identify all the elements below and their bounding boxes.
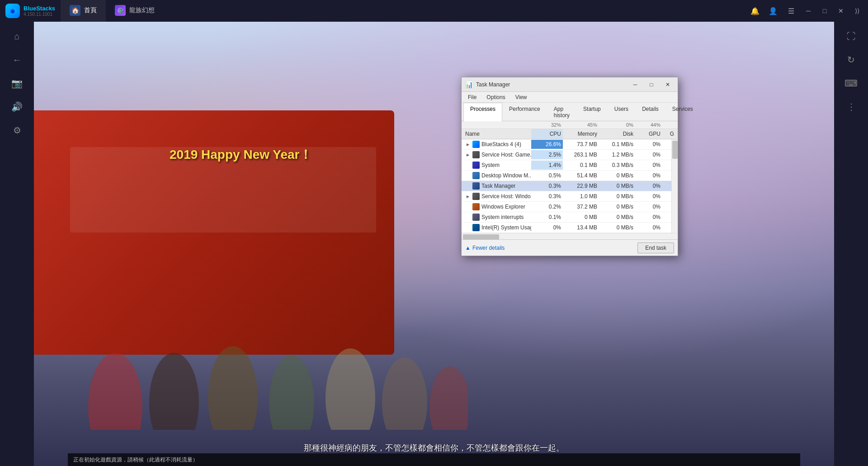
table-row[interactable]: ▶ Task Manager 0.3% 22.9 MB 0 MB/s 0% <box>462 181 678 191</box>
sidebar-back-icon[interactable]: ← <box>6 49 28 71</box>
svg-point-7 <box>208 346 258 430</box>
tm-col-extra[interactable]: G <box>662 129 676 139</box>
sidebar-keyboard-icon[interactable]: ⌨ <box>840 72 862 94</box>
proc-label: Service Host: Windo... <box>481 193 531 200</box>
proc-memory: 0 MB <box>563 213 599 222</box>
sidebar-rotate-icon[interactable]: ↻ <box>840 49 862 71</box>
proc-label: System interrupts <box>481 214 524 220</box>
tm-close-button[interactable]: ✕ <box>661 80 674 90</box>
proc-name-servicehost-game: ▶ Service Host: Game... <box>463 150 531 160</box>
sidebar-volume-icon[interactable]: 🔊 <box>6 96 28 118</box>
svg-point-10 <box>382 357 427 430</box>
tm-col-memory[interactable]: Memory <box>563 129 599 139</box>
close-button[interactable]: ✕ <box>834 4 848 18</box>
vertical-scrollbar[interactable] <box>671 139 678 233</box>
tm-col-gpu[interactable]: GPU <box>635 129 662 139</box>
fewer-details-button[interactable]: ▲ Fewer details <box>465 245 505 251</box>
tm-col-name[interactable]: Name <box>463 129 531 139</box>
tab-app-history[interactable]: App history <box>547 103 576 121</box>
proc-icon-system <box>472 162 480 169</box>
horizontal-scrollbar[interactable] <box>462 233 678 239</box>
scrollbar-thumb-h[interactable] <box>463 234 499 240</box>
tm-menu-view[interactable]: View <box>511 93 532 101</box>
tab-game-label: 龍族幻想 <box>129 6 155 14</box>
proc-icon-service <box>472 151 480 158</box>
proc-disk: 0 MB/s <box>599 181 635 190</box>
menu-icon[interactable]: ☰ <box>783 3 799 19</box>
expand-icon[interactable]: ▶ <box>465 142 471 147</box>
proc-label: Windows Explorer <box>481 204 525 210</box>
sidebar-home-icon[interactable]: ⌂ <box>6 25 28 47</box>
proc-gpu: 0% <box>635 192 662 201</box>
expand-icon[interactable]: ▶ <box>465 152 471 157</box>
tab-home[interactable]: 🏠 首頁 <box>61 0 106 22</box>
tm-col-cpu[interactable]: CPU <box>531 129 563 139</box>
tab-services[interactable]: Services <box>665 103 700 121</box>
tm-process-list: ▶ BlueStacks 4 (4) 26.6% 73.7 MB 0.1 MB/… <box>462 139 678 233</box>
tm-menu-options[interactable]: Options <box>482 93 509 101</box>
proc-cpu: 26.6% <box>531 140 563 149</box>
expand-button[interactable]: ⟩⟩ <box>850 4 864 18</box>
sidebar-fullscreen-icon[interactable]: ⛶ <box>840 25 862 47</box>
sidebar-screenshot-icon[interactable]: 📷 <box>6 72 28 94</box>
notification-icon[interactable]: 🔔 <box>747 3 763 19</box>
end-task-button[interactable]: End task <box>637 243 674 253</box>
tab-game[interactable]: 🐉 龍族幻想 <box>106 0 164 22</box>
tm-maximize-button[interactable]: □ <box>645 80 658 90</box>
game-area: 2019 Happy New Year！ 那種很神經病的朋友，不管怎樣都會相信你… <box>34 22 834 466</box>
proc-name-sysint: ▶ System interrupts <box>463 212 531 222</box>
proc-cpu: 0.1% <box>531 213 563 222</box>
proc-icon-explorer <box>472 203 480 210</box>
task-manager-icon: 📊 <box>465 81 472 88</box>
proc-memory: 22.9 MB <box>563 181 599 190</box>
table-row[interactable]: ▶ BlueStacks 4 (4) 26.6% 73.7 MB 0.1 MB/… <box>462 139 678 150</box>
proc-icon-bluestacks <box>472 141 480 148</box>
proc-disk: 0 MB/s <box>599 192 635 201</box>
table-row[interactable]: ▶ System 1.4% 0.1 MB 0.3 MB/s 0% <box>462 160 678 171</box>
tab-details[interactable]: Details <box>635 103 665 121</box>
proc-disk: 0 MB/s <box>599 171 635 180</box>
sidebar-more-icon[interactable]: ⋮ <box>840 96 862 118</box>
proc-cpu: 0% <box>531 223 563 232</box>
tm-table-header: Name CPU Memory Disk GPU G <box>462 129 678 139</box>
table-row[interactable]: ▶ System interrupts 0.1% 0 MB 0 MB/s 0% <box>462 212 678 223</box>
tab-startup[interactable]: Startup <box>576 103 608 121</box>
tab-performance[interactable]: Performance <box>502 103 547 121</box>
proc-cpu: 0.5% <box>531 171 563 180</box>
minimize-button[interactable]: ─ <box>801 4 816 18</box>
fewer-details-chevron: ▲ <box>465 245 471 251</box>
proc-disk: 0 MB/s <box>599 223 635 232</box>
table-row[interactable]: ▶ Desktop Window M... 0.5% 51.4 MB 0 MB/… <box>462 171 678 181</box>
expand-icon[interactable]: ▶ <box>465 194 471 199</box>
tm-col-disk[interactable]: Disk <box>599 129 635 139</box>
game-characters <box>61 204 468 430</box>
proc-memory: 73.7 MB <box>563 140 599 149</box>
tab-users[interactable]: Users <box>608 103 635 121</box>
bluestacks-titlebar: BlueStacks 4.150.11.1001 🏠 首頁 🐉 龍族幻想 🔔 👤… <box>0 0 868 22</box>
proc-gpu: 0% <box>635 140 662 149</box>
proc-label: Service Host: Game... <box>481 152 531 158</box>
maximize-button[interactable]: □ <box>817 4 832 18</box>
proc-label: BlueStacks 4 (4) <box>481 141 521 147</box>
proc-label: Task Manager <box>481 183 515 189</box>
tm-summary-disk: 0% <box>599 121 635 128</box>
tm-menu-file[interactable]: File <box>463 93 481 101</box>
table-row[interactable]: ▶ Service Host: Game... 2.5% 263.1 MB 1.… <box>462 150 678 160</box>
proc-name-explorer: ▶ Windows Explorer <box>463 202 531 212</box>
tm-minimize-button[interactable]: ─ <box>629 80 642 90</box>
account-icon[interactable]: 👤 <box>765 3 781 19</box>
proc-disk: 0 MB/s <box>599 202 635 211</box>
proc-gpu: 0% <box>635 213 662 222</box>
sidebar-settings-icon[interactable]: ⚙ <box>6 119 28 141</box>
tab-processes[interactable]: Processes <box>463 103 502 121</box>
proc-icon-intel <box>472 224 480 231</box>
proc-memory: 263.1 MB <box>563 150 599 159</box>
table-row[interactable]: ▶ Intel(R) System Usag... 0% 13.4 MB 0 M… <box>462 223 678 233</box>
task-manager-titlebar: 📊 Task Manager ─ □ ✕ <box>462 77 678 92</box>
proc-gpu: 0% <box>635 202 662 211</box>
table-row[interactable]: ▶ Windows Explorer 0.2% 37.2 MB 0 MB/s 0… <box>462 202 678 212</box>
scrollbar-thumb-v[interactable] <box>672 141 678 159</box>
proc-icon-taskmgr <box>472 182 480 190</box>
svg-point-6 <box>149 353 199 430</box>
table-row[interactable]: ▶ Service Host: Windo... 0.3% 1.0 MB 0 M… <box>462 191 678 202</box>
